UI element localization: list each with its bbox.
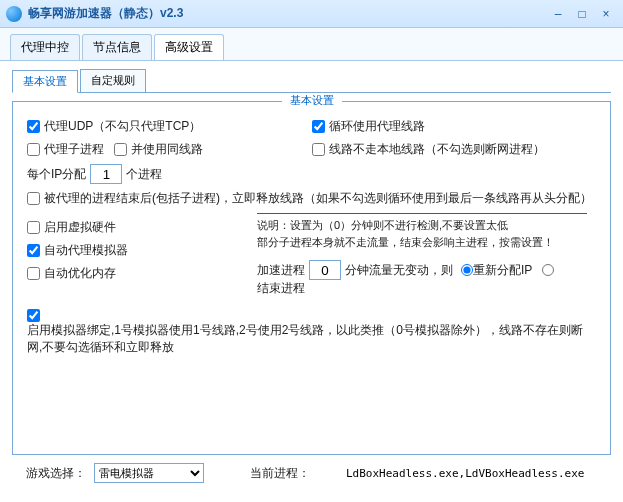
label-radio-reassign: 重新分配IP (473, 262, 532, 279)
label-explain-line1: 设置为（0）分钟则不进行检测,不要设置太低 (290, 219, 508, 231)
label-per-ip-prefix: 每个IP分配 (27, 166, 86, 183)
app-icon (6, 6, 22, 22)
close-button[interactable]: × (595, 5, 617, 23)
label-auto-opt-mem: 自动优化内存 (44, 265, 116, 282)
checkbox-line-no-local[interactable] (312, 143, 325, 156)
label-current-proc: 当前进程： (250, 465, 310, 482)
current-proc-value: LdBoxHeadless.exe,LdVBoxHeadless.exe (346, 467, 584, 480)
checkbox-proxy-udp[interactable] (27, 120, 40, 133)
label-line-no-local: 线路不走本地线路（不勾选则断网进程） (329, 141, 545, 158)
checkbox-emulator-bind[interactable] (27, 309, 40, 322)
label-use-same-line: 并使用同线路 (131, 141, 203, 158)
tab-proxy-control[interactable]: 代理中控 (10, 34, 80, 60)
input-per-ip[interactable] (90, 164, 122, 184)
label-emulator-bind: 启用模拟器绑定,1号模拟器使用1号线路,2号使用2号线路，以此类推（0号模拟器除… (27, 322, 596, 356)
select-game[interactable]: 雷电模拟器 (94, 463, 204, 483)
subtab-custom-rules[interactable]: 自定规则 (80, 69, 146, 92)
checkbox-use-same-line[interactable] (114, 143, 127, 156)
checkbox-auto-proxy-emulator[interactable] (27, 244, 40, 257)
label-enable-vhw: 启用虚拟硬件 (44, 219, 116, 236)
label-release-line: 被代理的进程结束后(包括子进程)，立即释放线路（如果不勾选则循环使用到最后一条线… (44, 190, 592, 207)
label-proxy-child: 代理子进程 (44, 141, 104, 158)
label-proxy-udp: 代理UDP（不勾只代理TCP） (44, 118, 201, 135)
tab-advanced-settings[interactable]: 高级设置 (154, 34, 224, 60)
input-accel-minutes[interactable] (309, 260, 341, 280)
maximize-button[interactable]: □ (571, 5, 593, 23)
subtab-basic-settings[interactable]: 基本设置 (12, 70, 78, 93)
label-explain-line2: 部分子进程本身就不走流量，结束会影响主进程，按需设置！ (257, 236, 554, 248)
label-game-select: 游戏选择： (26, 465, 86, 482)
checkbox-proxy-child[interactable] (27, 143, 40, 156)
label-accel-suffix: 分钟流量无变动，则 (345, 262, 453, 279)
checkbox-auto-opt-mem[interactable] (27, 267, 40, 280)
tab-node-info[interactable]: 节点信息 (82, 34, 152, 60)
label-per-ip-suffix: 个进程 (126, 166, 162, 183)
label-radio-end: 结束进程 (257, 280, 305, 297)
checkbox-loop-proxy[interactable] (312, 120, 325, 133)
window-title: 畅享网游加速器（静态）v2.3 (28, 5, 545, 22)
minimize-button[interactable]: – (547, 5, 569, 23)
label-accel-prefix: 加速进程 (257, 262, 305, 279)
radio-reassign-ip[interactable] (461, 264, 473, 276)
label-auto-proxy-emulator: 自动代理模拟器 (44, 242, 128, 259)
checkbox-release-line[interactable] (27, 192, 40, 205)
label-loop-proxy: 循环使用代理线路 (329, 118, 425, 135)
fieldset-legend: 基本设置 (282, 93, 342, 108)
checkbox-enable-vhw[interactable] (27, 221, 40, 234)
label-explain-prefix: 说明： (257, 219, 290, 231)
radio-end-process[interactable] (542, 264, 554, 276)
